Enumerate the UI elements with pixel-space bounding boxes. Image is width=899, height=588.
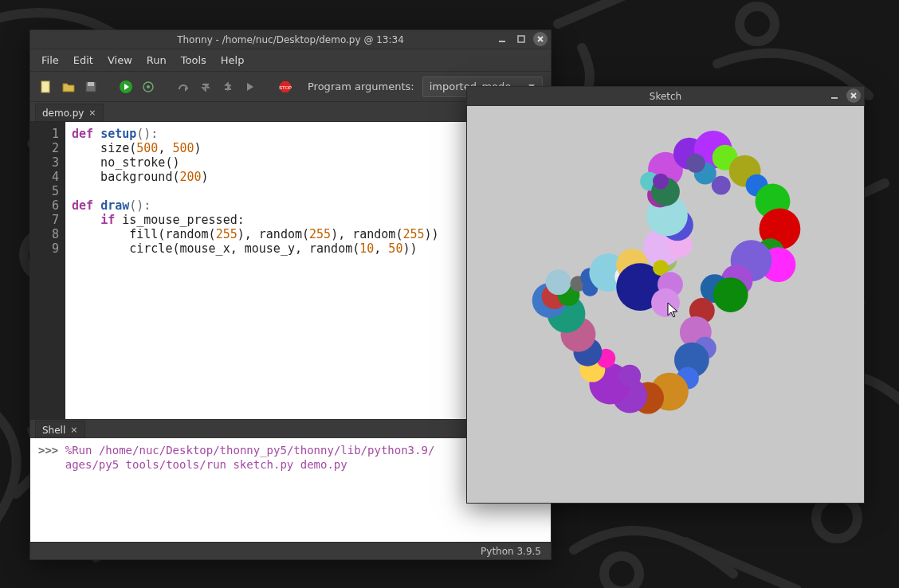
svg-point-59 xyxy=(546,269,571,295)
ide-titlebar[interactable]: Thonny - /home/nuc/Desktop/demo.py @ 13:… xyxy=(30,30,551,49)
sketch-svg xyxy=(467,106,864,503)
save-icon[interactable] xyxy=(83,79,99,95)
svg-rect-11 xyxy=(88,82,94,86)
shell-tab-label: Shell xyxy=(42,425,65,436)
new-file-icon[interactable] xyxy=(38,79,54,95)
sketch-window: Sketch xyxy=(466,86,865,504)
svg-point-15 xyxy=(147,85,150,88)
svg-point-41 xyxy=(713,277,748,312)
svg-marker-17 xyxy=(202,84,209,91)
menu-edit[interactable]: Edit xyxy=(67,51,100,69)
program-args-label: Program arguments: xyxy=(308,80,414,92)
editor-tab[interactable]: demo.py × xyxy=(35,104,104,121)
menu-file[interactable]: File xyxy=(35,51,65,69)
python-version: Python 3.9.5 xyxy=(481,546,541,557)
step-into-icon[interactable] xyxy=(198,79,214,95)
menu-run[interactable]: Run xyxy=(140,51,173,69)
close-icon[interactable] xyxy=(533,32,548,46)
close-shell-tab-icon[interactable]: × xyxy=(70,425,77,435)
editor-tab-label: demo.py xyxy=(42,108,84,119)
shell-tab[interactable]: Shell × xyxy=(35,421,85,438)
svg-point-81 xyxy=(618,365,641,387)
resume-icon[interactable] xyxy=(242,79,258,95)
ide-title-text: Thonny - /home/nuc/Desktop/demo.py @ 13:… xyxy=(177,34,404,45)
sketch-canvas[interactable] xyxy=(467,106,864,503)
svg-point-82 xyxy=(651,288,680,317)
stop-icon[interactable]: STOP xyxy=(277,79,293,95)
open-file-icon[interactable] xyxy=(61,79,77,95)
menubar: File Edit View Run Tools Help xyxy=(30,49,551,72)
shell-command: %Run /home/nuc/Desktop/thonny_py5/thonny… xyxy=(65,444,435,457)
statusbar: Python 3.9.5 xyxy=(30,542,551,559)
debug-icon[interactable] xyxy=(140,79,156,95)
maximize-icon[interactable] xyxy=(514,32,528,46)
minimize-icon[interactable] xyxy=(495,32,509,46)
sketch-title: Sketch xyxy=(650,91,681,102)
svg-point-77 xyxy=(653,174,669,190)
line-gutter: 123456789 xyxy=(30,122,65,419)
shell-prompt: >>> xyxy=(38,444,58,457)
step-out-icon[interactable] xyxy=(220,79,236,95)
close-icon[interactable] xyxy=(846,88,861,103)
svg-point-80 xyxy=(686,154,705,173)
menu-view[interactable]: View xyxy=(101,51,139,69)
sketch-titlebar[interactable]: Sketch xyxy=(467,87,864,106)
menu-tools[interactable]: Tools xyxy=(175,51,213,69)
svg-text:STOP: STOP xyxy=(279,85,292,90)
step-over-icon[interactable] xyxy=(175,79,191,95)
menu-help[interactable]: Help xyxy=(214,51,251,69)
svg-marker-19 xyxy=(247,83,253,91)
svg-marker-18 xyxy=(226,83,230,89)
run-icon[interactable] xyxy=(118,79,134,95)
shell-command-cont: ages/py5 tools/tools/run sketch.py demo.… xyxy=(65,458,347,471)
svg-rect-6 xyxy=(518,36,524,42)
svg-rect-9 xyxy=(41,81,49,92)
close-tab-icon[interactable]: × xyxy=(88,108,96,118)
minimize-icon[interactable] xyxy=(827,88,842,103)
